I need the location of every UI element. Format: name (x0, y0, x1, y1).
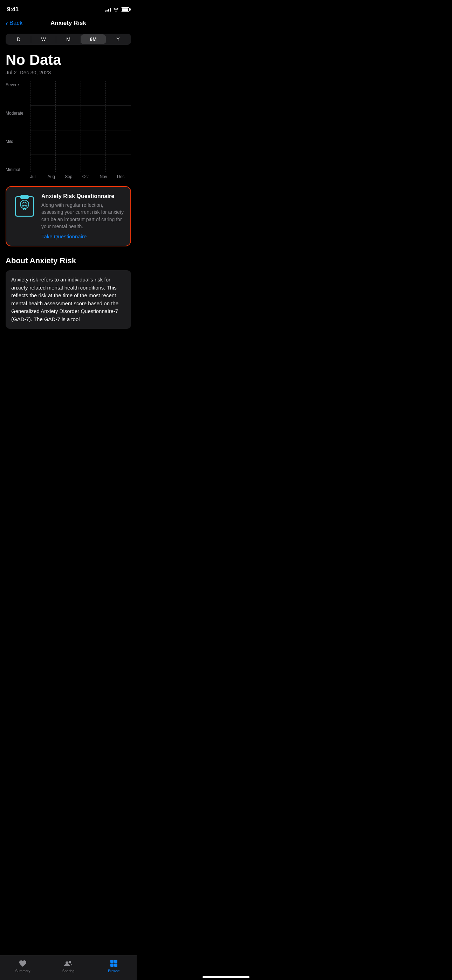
about-title: About Anxiety Risk (6, 256, 131, 265)
card-content: Anxiety Risk Questionnaire Along with re… (41, 193, 124, 239)
main-content: No Data Jul 2–Dec 30, 2023 Severe Modera… (0, 52, 137, 179)
status-time: 9:41 (7, 6, 19, 13)
take-questionnaire-link[interactable]: Take Questionnaire (41, 234, 124, 239)
chart-y-labels: Severe Moderate Mild Minimal (6, 81, 30, 179)
segment-d[interactable]: D (6, 34, 31, 44)
svg-rect-0 (16, 197, 33, 216)
chart-grid: Jul Aug Sep Oct Nov Dec (30, 81, 131, 179)
chart-container: Severe Moderate Mild Minimal Jul (6, 81, 131, 179)
x-label-jul: Jul (30, 174, 44, 179)
segment-m[interactable]: M (56, 34, 81, 44)
segment-w[interactable]: W (31, 34, 56, 44)
status-bar: 9:41 (0, 0, 137, 17)
card-description: Along with regular reflection, assessing… (41, 202, 124, 230)
battery-icon (121, 7, 130, 11)
y-label-severe: Severe (6, 81, 30, 87)
x-label-aug: Aug (48, 174, 62, 179)
bottom-spacer (0, 336, 137, 368)
vertical-lines (30, 81, 131, 172)
segment-6m[interactable]: 6M (81, 34, 105, 44)
nav-bar: ‹ Back Anxiety Risk (0, 17, 137, 31)
svg-rect-1 (20, 195, 29, 199)
segment-y[interactable]: Y (106, 34, 131, 44)
v-line-3 (81, 81, 81, 172)
nav-title: Anxiety Risk (51, 20, 86, 27)
time-segment-control: D W M 6M Y (6, 33, 131, 45)
status-icons (105, 7, 130, 11)
about-card: Anxiety risk refers to an individual's r… (6, 270, 131, 329)
x-label-nov: Nov (100, 174, 113, 179)
back-label: Back (10, 20, 23, 27)
x-label-oct: Oct (82, 174, 96, 179)
y-label-mild: Mild (6, 138, 30, 144)
about-section: About Anxiety Risk Anxiety risk refers t… (0, 256, 137, 329)
no-data-title: No Data (6, 52, 131, 68)
signal-icon (105, 7, 111, 11)
about-text: Anxiety risk refers to an individual's r… (11, 276, 126, 323)
date-range: Jul 2–Dec 30, 2023 (6, 69, 131, 75)
y-label-minimal: Minimal (6, 166, 30, 172)
x-labels: Jul Aug Sep Oct Nov Dec (30, 174, 131, 179)
v-line-1 (30, 81, 30, 172)
card-title: Anxiety Risk Questionnaire (41, 193, 124, 199)
x-label-sep: Sep (65, 174, 79, 179)
v-line-4 (105, 81, 106, 172)
x-label-dec: Dec (117, 174, 131, 179)
questionnaire-card: Anxiety Risk Questionnaire Along with re… (6, 186, 131, 247)
y-label-moderate: Moderate (6, 109, 30, 116)
chart-area: Severe Moderate Mild Minimal Jul (6, 81, 131, 179)
back-button[interactable]: ‹ Back (6, 20, 22, 27)
wifi-icon (113, 7, 119, 11)
questionnaire-icon (13, 193, 37, 217)
back-chevron-icon: ‹ (6, 20, 8, 27)
